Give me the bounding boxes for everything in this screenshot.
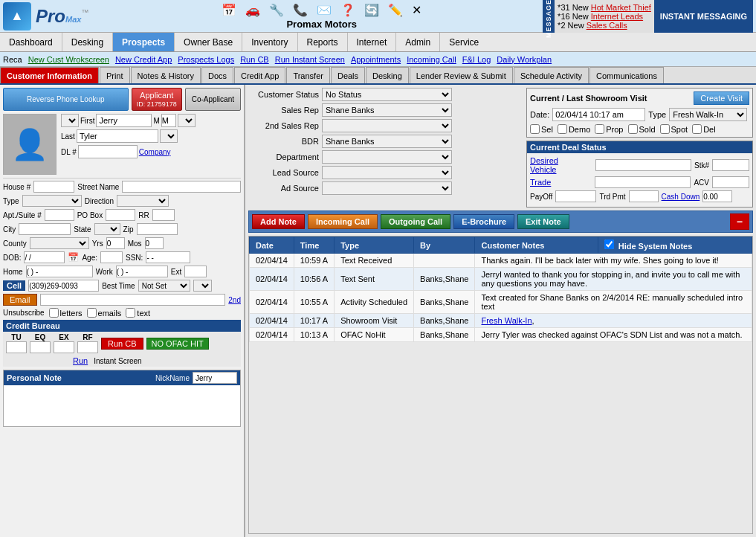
exit-note-button[interactable]: Exit Note	[517, 214, 569, 229]
run-link[interactable]: Run	[73, 356, 88, 365]
email-btn[interactable]: Email	[3, 294, 37, 306]
dl-input[interactable]	[78, 145, 138, 158]
showroom-date-input[interactable]	[552, 108, 645, 121]
demo-checkbox-label[interactable]: Demo	[558, 124, 590, 134]
sales-rep-select[interactable]: Shane Banks	[322, 103, 452, 117]
sub-nav-new-cust[interactable]: New Cust Wrokscreen	[28, 55, 109, 64]
direction-select[interactable]	[117, 195, 169, 207]
state-select[interactable]	[94, 223, 120, 235]
sub-nav-new-credit[interactable]: New Credit App	[115, 55, 172, 64]
city-input[interactable]	[19, 223, 71, 235]
nav-item-admin[interactable]: Admin	[396, 33, 440, 51]
nav-item-reports[interactable]: Reports	[298, 33, 348, 51]
rr-input[interactable]	[152, 209, 175, 221]
fresh-walkin-link[interactable]: Fresh Walk-In	[481, 316, 532, 325]
sel-checkbox-label[interactable]: Sel	[530, 124, 553, 134]
sub-nav-run-cb[interactable]: Run CB	[240, 55, 269, 64]
add-note-button[interactable]: Add Note	[252, 214, 305, 229]
nav-item-service[interactable]: Service	[440, 33, 488, 51]
middle-initial-input[interactable]	[161, 114, 176, 127]
apt-input[interactable]	[45, 209, 74, 221]
incoming-call-button[interactable]: Incoming Call	[308, 214, 378, 229]
demo-checkbox[interactable]	[558, 124, 567, 134]
best-time-period-select[interactable]	[193, 280, 212, 292]
create-visit-button[interactable]: Create Visit	[694, 91, 749, 105]
prop-checkbox-label[interactable]: Prop	[595, 124, 623, 134]
sub-nav-fi-log[interactable]: F&I Log	[462, 55, 491, 64]
po-input[interactable]	[106, 209, 135, 221]
sub-nav-prospects-logs[interactable]: Prospects Logs	[178, 55, 234, 64]
tab-customer-info[interactable]: Customer Information	[0, 67, 99, 83]
reverse-phone-lookup-button[interactable]: Reverse Phone Lookup	[3, 88, 129, 111]
tab-schedule-activity[interactable]: Schedule Activity	[514, 67, 589, 83]
outgoing-call-button[interactable]: Outgoing Call	[381, 214, 450, 229]
eq-input[interactable]	[30, 341, 51, 353]
nav-item-owner-base[interactable]: Owner Base	[175, 33, 242, 51]
sub-nav-incoming-call[interactable]: Incoming Call	[407, 55, 456, 64]
mos-input[interactable]	[145, 237, 164, 249]
car-icon[interactable]: 🚗	[245, 3, 260, 17]
first-name-input[interactable]	[96, 114, 152, 127]
tab-notes-history[interactable]: Notes & History	[131, 67, 201, 83]
cash-down-link[interactable]: Cash Down	[662, 193, 700, 201]
trade-input[interactable]	[595, 176, 691, 188]
last-name-input[interactable]	[77, 129, 158, 143]
edit-icon[interactable]: ✏️	[388, 3, 403, 17]
ebrochure-button[interactable]: E-Brochure	[453, 214, 514, 229]
dob-input[interactable]	[24, 251, 65, 263]
cash-down-input[interactable]	[702, 190, 732, 202]
sold-checkbox[interactable]	[628, 124, 638, 134]
msg-link-3[interactable]: Sales Calls	[587, 21, 627, 30]
phone-icon[interactable]: 📞	[293, 3, 308, 17]
acv-input[interactable]	[712, 176, 749, 188]
payoff-input[interactable]	[555, 190, 596, 202]
tu-input[interactable]	[6, 341, 27, 353]
co-applicant-button[interactable]: Co-Applicant	[185, 88, 241, 111]
trade-link[interactable]: Trade	[530, 178, 592, 187]
letters-check-label[interactable]: letters	[49, 308, 83, 318]
dob-calendar-icon[interactable]: 📅	[68, 252, 79, 263]
spot-checkbox[interactable]	[660, 124, 670, 134]
nav-item-inventory[interactable]: Inventory	[242, 33, 297, 51]
personal-note-body[interactable]	[4, 385, 240, 426]
rf-input[interactable]	[77, 341, 98, 353]
ext-input[interactable]	[184, 266, 207, 277]
nav-item-desking[interactable]: Desking	[62, 33, 113, 51]
tab-communications[interactable]: Communications	[589, 67, 664, 83]
del-checkbox-label[interactable]: Del	[692, 124, 716, 134]
applicant-button[interactable]: Applicant ID: 21759178	[132, 88, 182, 111]
emails-checkbox[interactable]	[87, 308, 97, 318]
showroom-type-select[interactable]: Fresh Walk-In	[669, 108, 747, 121]
work-input[interactable]	[116, 266, 168, 277]
question-icon[interactable]: ❓	[340, 3, 355, 17]
nickname-input[interactable]	[193, 372, 237, 384]
tab-print[interactable]: Print	[100, 67, 130, 83]
sel-checkbox[interactable]	[530, 124, 540, 134]
bdr-select[interactable]: Shane Banks	[322, 135, 452, 148]
age-input[interactable]	[100, 251, 123, 263]
tab-lender-review[interactable]: Lender Review & Submit	[410, 67, 513, 83]
ex-input[interactable]	[54, 341, 74, 353]
tab-transfer[interactable]: Transfer	[286, 67, 330, 83]
prop-checkbox[interactable]	[595, 124, 604, 134]
second-sales-rep-select[interactable]	[322, 119, 452, 132]
close-icon[interactable]: ✕	[412, 3, 421, 17]
ad-source-select[interactable]	[322, 181, 452, 195]
run-cb-button[interactable]: Run CB	[101, 338, 143, 350]
ssn-input[interactable]	[146, 251, 190, 263]
suffix-select[interactable]	[178, 114, 196, 127]
title-select[interactable]	[61, 114, 79, 127]
sub-nav-daily-workplan[interactable]: Daily Workplan	[497, 55, 552, 64]
tab-credit-app[interactable]: Credit App	[234, 67, 285, 83]
no-ofac-button[interactable]: NO OFAC HIT	[146, 338, 209, 350]
refresh-icon[interactable]: 🔄	[364, 3, 379, 17]
second-link[interactable]: 2nd	[228, 296, 241, 304]
last-suffix-select[interactable]	[160, 129, 178, 143]
company-link[interactable]: Company	[139, 148, 171, 156]
zip-input[interactable]	[137, 223, 178, 235]
cell-input[interactable]	[28, 280, 99, 292]
email-input[interactable]	[40, 294, 226, 306]
county-select[interactable]	[30, 237, 89, 249]
col-hide-system[interactable]: Hide System Notes	[598, 237, 752, 254]
emails-check-label[interactable]: emails	[87, 308, 122, 318]
